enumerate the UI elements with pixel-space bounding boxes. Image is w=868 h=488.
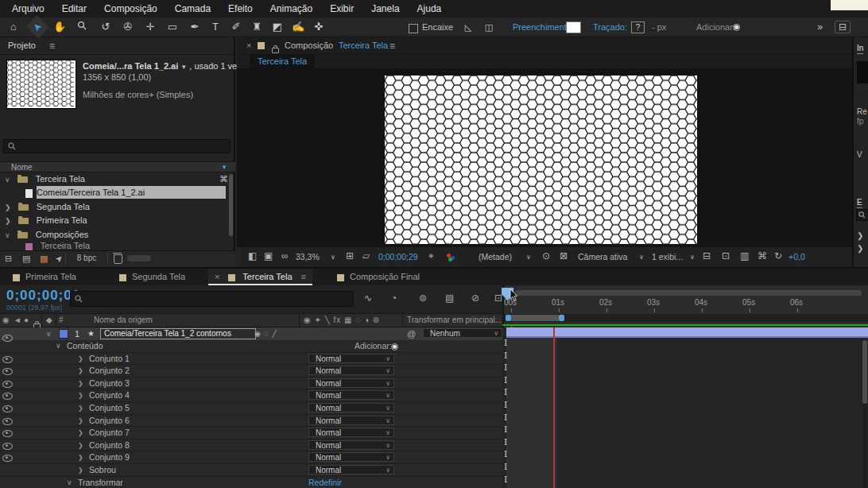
shape-group-row[interactable]: ❯ Conjunto 6 Normal∨: [0, 415, 502, 428]
menu-item[interactable]: Janela: [362, 3, 408, 14]
tab-primeira-tela[interactable]: Primeira Tela: [13, 269, 76, 285]
keyframe-area[interactable]: IIIIIIIIIIII: [502, 327, 868, 488]
layer-switches-icons[interactable]: ◉ ✦ ╲ fx ▦ ◌ ◑ ⊛: [304, 314, 380, 327]
shy-layers-icon[interactable]: ⊚: [419, 292, 427, 304]
frame-blend-icon[interactable]: ▤: [445, 292, 454, 304]
composition-canvas[interactable]: [385, 76, 697, 244]
resolution-dropdown[interactable]: (Metade): [479, 252, 512, 261]
parent-column-label[interactable]: Transformar em principal...: [407, 314, 502, 327]
chevron-down-icon[interactable]: ∨: [46, 327, 52, 340]
tab-composicao-final[interactable]: Composição Final: [337, 269, 420, 285]
project-scrollbar[interactable]: [229, 174, 233, 236]
group-name[interactable]: Conjunto 7: [89, 427, 130, 440]
time-ruler[interactable]: 00s01s02s03s04s05s06s07s: [504, 298, 868, 314]
visibility-eye-icon[interactable]: [2, 430, 13, 437]
tree-folder-terceira[interactable]: ∨ Terceira Tela ⌘: [0, 172, 226, 186]
chevron-right-icon[interactable]: ❯: [78, 451, 83, 464]
transform-label[interactable]: Transformar: [78, 477, 123, 488]
shape-group-row[interactable]: ❯ Conjunto 7 Normal∨: [0, 427, 502, 440]
composition-viewport[interactable]: [237, 68, 852, 246]
panel-close-icon[interactable]: ×: [246, 41, 251, 50]
chevron-right-icon[interactable]: ❯: [78, 402, 83, 415]
timeline-scrollbar[interactable]: [862, 340, 867, 488]
shape-group-row[interactable]: ❯ Conjunto 1 Normal∨: [0, 353, 502, 366]
chevron-right-icon[interactable]: ❯: [5, 217, 11, 225]
chevron-right-icon[interactable]: ❯: [78, 378, 83, 390]
panel-menu-icon[interactable]: ≡: [301, 272, 306, 281]
reset-exposure-icon[interactable]: ↻: [774, 250, 782, 261]
chevron-right-icon[interactable]: ❯: [78, 415, 83, 428]
comp-mini-flowchart-icon[interactable]: ∿: [364, 292, 372, 304]
transform-group-row[interactable]: ∨ Transformar Redefinir: [0, 477, 502, 488]
reset-link[interactable]: Redefinir: [308, 477, 342, 488]
pan-behind-tool-icon[interactable]: ✛: [141, 19, 159, 35]
add-circle-icon[interactable]: ◉: [733, 21, 741, 32]
preview-panel-tab[interactable]: V: [857, 150, 862, 159]
chevron-down-icon[interactable]: ∨: [67, 477, 72, 488]
group-name[interactable]: Conjunto 9: [89, 451, 130, 464]
layer-switches-icons[interactable]: ◉ ◌ ╱: [254, 327, 277, 340]
interpret-footage-icon[interactable]: ⊟: [5, 254, 12, 264]
project-search-input[interactable]: [3, 139, 231, 153]
selected-file-label[interactable]: Comeia/Terceira Tela 1_2.ai: [37, 186, 226, 199]
chevron-right-icon[interactable]: ❯: [857, 231, 863, 240]
content-label[interactable]: Conteúdo: [67, 340, 103, 353]
tree-item-label[interactable]: Segunda Tela: [37, 202, 90, 211]
tree-comp-clipped[interactable]: Terceira Tela: [0, 241, 226, 250]
shape-group-row[interactable]: ❯ Conjunto 4 Normal∨: [0, 389, 502, 402]
shape-group-row[interactable]: ❯ Conjunto 9 Normal∨: [0, 451, 502, 464]
work-area-start-handle[interactable]: [506, 315, 511, 321]
group-name[interactable]: Sobrou: [89, 464, 116, 477]
selection-tool-icon[interactable]: ➤: [25, 15, 49, 39]
menu-item[interactable]: Exibir: [321, 3, 362, 14]
work-area-bar[interactable]: [511, 315, 559, 321]
view-layout-dropdown[interactable]: 1 exibi...: [652, 252, 683, 261]
footage-name[interactable]: Comeia/...ra Tela 1_2.ai: [83, 61, 178, 71]
clone-stamp-tool-icon[interactable]: ♜: [248, 19, 265, 35]
menu-item[interactable]: Arquivo: [3, 3, 53, 14]
blend-mode-dropdown[interactable]: Normal∨: [308, 416, 394, 425]
motion-blur-icon[interactable]: ⊘: [471, 292, 479, 304]
zoom-tool-icon[interactable]: [73, 19, 91, 35]
blend-mode-dropdown[interactable]: Normal∨: [308, 452, 394, 462]
tab-segunda-tela[interactable]: Segunda Tela: [119, 269, 185, 285]
info-panel-tab[interactable]: In: [857, 44, 863, 54]
chevron-right-icon[interactable]: ❯: [78, 427, 83, 440]
blend-mode-dropdown[interactable]: Normal∨: [308, 378, 394, 388]
checkbox-icon[interactable]: [409, 24, 418, 33]
blend-mode-dropdown[interactable]: Normal∨: [308, 354, 394, 363]
panel-title[interactable]: Composição: [285, 41, 333, 50]
comp-flowchart-icon[interactable]: ⌘: [758, 250, 767, 261]
eraser-tool-icon[interactable]: ◩: [269, 19, 286, 35]
layer-name-field[interactable]: Comeia/Terceira Tela 1_2 contornos: [100, 328, 256, 339]
draft-3d-icon[interactable]: ◔: [391, 292, 397, 304]
project-columns-header[interactable]: Nome ▼: [0, 161, 235, 172]
new-composition-icon[interactable]: ▩: [40, 254, 48, 264]
blend-mode-dropdown[interactable]: Normal∨: [308, 440, 394, 450]
transparency-grid-icon[interactable]: ⊠: [560, 250, 568, 261]
group-name[interactable]: Conjunto 2: [89, 365, 130, 378]
grid-guides-icon[interactable]: ⊞: [346, 250, 354, 261]
visibility-eye-icon[interactable]: [2, 418, 13, 425]
stroke-label[interactable]: Traçado:: [593, 22, 627, 32]
tree-folder-primeira[interactable]: ❯ Primeira Tela: [0, 214, 226, 227]
snap-checkbox[interactable]: [409, 23, 418, 33]
layer-row-1[interactable]: ∨ 1 ★ Comeia/Terceira Tela 1_2 contornos…: [0, 327, 502, 340]
menu-item[interactable]: Composição: [95, 3, 166, 14]
view-mode-dropdown[interactable]: Câmera ativa: [578, 252, 627, 261]
type-tool-icon[interactable]: T: [207, 19, 224, 35]
tree-item-label[interactable]: Composições: [36, 230, 89, 239]
chevron-right-icon[interactable]: ❯: [78, 365, 83, 378]
roto-brush-tool-icon[interactable]: ✍: [289, 19, 307, 35]
visibility-eye-icon[interactable]: [2, 381, 13, 388]
tree-item-label[interactable]: Terceira Tela: [36, 174, 85, 184]
rotate-tool-icon[interactable]: ↺: [97, 19, 114, 35]
bit-depth-button[interactable]: 8 bpc: [65, 253, 108, 264]
shape-group-row[interactable]: ❯ Conjunto 8 Normal∨: [0, 440, 502, 452]
new-folder-icon[interactable]: ▤: [22, 254, 30, 264]
chevron-down-icon[interactable]: ∨: [331, 254, 335, 261]
label-column-icon[interactable]: ◆: [46, 314, 52, 327]
flowchart-icon[interactable]: ⌘: [219, 172, 228, 186]
region-of-interest-icon[interactable]: ▱: [362, 250, 370, 261]
chevron-right-icon[interactable]: ❯: [78, 353, 83, 366]
